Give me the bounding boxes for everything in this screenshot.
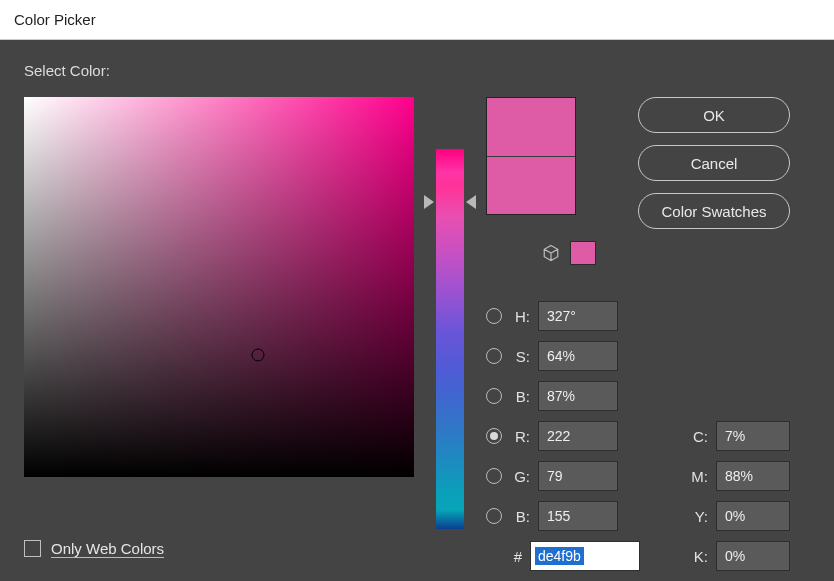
input-hex[interactable]: de4f9b (530, 541, 640, 571)
row-m: M: (686, 461, 790, 491)
input-m[interactable] (716, 461, 790, 491)
mini-swatch[interactable] (570, 241, 596, 265)
hue-arrow-right-icon[interactable] (466, 195, 476, 209)
color-preview (486, 97, 576, 215)
select-color-label: Select Color: (24, 62, 110, 79)
input-b[interactable] (538, 381, 618, 411)
input-r[interactable] (538, 421, 618, 451)
radio-g[interactable] (486, 468, 502, 484)
saturation-brightness-field[interactable] (24, 97, 414, 477)
preview-column: OK Cancel Color Swatches H: (486, 97, 790, 581)
cube-icon[interactable] (542, 244, 560, 262)
input-s[interactable] (538, 341, 618, 371)
only-web-colors-checkbox[interactable] (24, 540, 41, 557)
only-web-colors[interactable]: Only Web Colors (24, 540, 164, 557)
value-grid: H: S: B: (486, 301, 790, 581)
label-r: R: (510, 428, 530, 445)
button-column: OK Cancel Color Swatches (638, 97, 790, 229)
title-bar: Color Picker (0, 0, 834, 40)
label-hex: # (486, 548, 522, 565)
row-hex: # de4f9b (486, 541, 640, 571)
input-c[interactable] (716, 421, 790, 451)
row-c: C: (686, 421, 790, 451)
new-color-swatch[interactable] (487, 98, 575, 157)
label-y: Y: (686, 508, 708, 525)
radio-s[interactable] (486, 348, 502, 364)
row-b2: B: (486, 501, 640, 531)
label-b: B: (510, 388, 530, 405)
main-row: OK Cancel Color Swatches H: (24, 97, 810, 581)
mini-row (542, 241, 790, 265)
ok-button[interactable]: OK (638, 97, 790, 133)
label-b2: B: (510, 508, 530, 525)
label-m: M: (686, 468, 708, 485)
label-h: H: (510, 308, 530, 325)
row-r: R: (486, 421, 640, 451)
radio-r[interactable] (486, 428, 502, 444)
color-swatches-button[interactable]: Color Swatches (638, 193, 790, 229)
hue-slider[interactable] (436, 149, 464, 529)
row-b: B: (486, 381, 640, 411)
cancel-button[interactable]: Cancel (638, 145, 790, 181)
label-s: S: (510, 348, 530, 365)
row-y: Y: (686, 501, 790, 531)
hex-value: de4f9b (535, 547, 584, 566)
row-h: H: (486, 301, 640, 331)
hue-column (436, 97, 464, 581)
label-k: K: (686, 548, 708, 565)
label-c: C: (686, 428, 708, 445)
input-b2[interactable] (538, 501, 618, 531)
input-k[interactable] (716, 541, 790, 571)
color-picker-panel: Select Color: OK Cancel Color Swatches (0, 40, 834, 581)
only-web-colors-label: Only Web Colors (51, 540, 164, 557)
input-y[interactable] (716, 501, 790, 531)
row-k: K: (686, 541, 790, 571)
radio-b2[interactable] (486, 508, 502, 524)
row-g: G: (486, 461, 640, 491)
radio-h[interactable] (486, 308, 502, 324)
radio-b[interactable] (486, 388, 502, 404)
input-h[interactable] (538, 301, 618, 331)
sb-marker[interactable] (252, 349, 265, 362)
label-g: G: (510, 468, 530, 485)
input-g[interactable] (538, 461, 618, 491)
current-color-swatch[interactable] (487, 157, 575, 215)
row-s: S: (486, 341, 640, 371)
hue-arrow-left-icon[interactable] (424, 195, 434, 209)
window-title: Color Picker (14, 11, 96, 28)
